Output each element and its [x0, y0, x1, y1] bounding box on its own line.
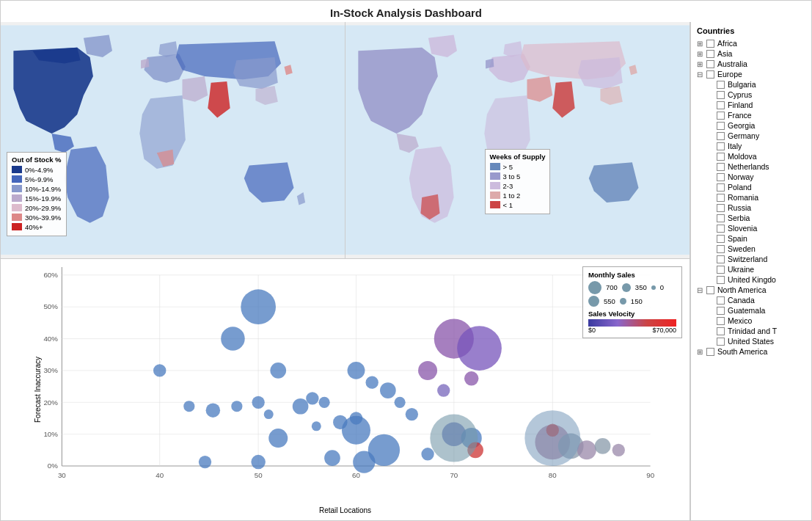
bubble-24[interactable]: [324, 450, 340, 466]
expand-australia[interactable]: ⊞: [697, 60, 704, 68]
checkbox-europe[interactable]: [706, 70, 714, 79]
checkbox-spain[interactable]: [717, 235, 725, 243]
tree-item-africa[interactable]: ⊞ Africa: [697, 38, 805, 48]
checkbox-south-america[interactable]: [706, 348, 714, 356]
checkbox-slovenia[interactable]: [717, 225, 725, 233]
bubble-13[interactable]: [312, 421, 321, 431]
bubble-20[interactable]: [406, 407, 418, 420]
checkbox-poland[interactable]: [717, 183, 725, 192]
tree-item-mexico[interactable]: ⊞Mexico: [707, 316, 805, 326]
bubble-9[interactable]: [264, 409, 274, 419]
checkbox-trinidad[interactable]: [717, 327, 725, 335]
tree-item-italy[interactable]: ⊞Italy: [707, 141, 805, 151]
bubble-80-3[interactable]: [577, 440, 596, 459]
checkbox-sweden[interactable]: [717, 245, 725, 253]
bubble-27[interactable]: [199, 456, 211, 468]
tree-item-spain[interactable]: ⊞Spain: [707, 233, 805, 244]
bubble-large-70[interactable]: [430, 414, 478, 462]
expand-north-america[interactable]: ⊟: [697, 286, 704, 294]
tree-item-russia[interactable]: ⊞Russia: [707, 203, 805, 213]
bubble-big-80[interactable]: [524, 410, 580, 466]
tree-item-south-america[interactable]: ⊞ South America: [697, 346, 805, 357]
checkbox-finland[interactable]: [717, 101, 725, 109]
bubble-12[interactable]: [319, 396, 330, 407]
bubble-25[interactable]: [268, 429, 288, 448]
checkbox-north-america[interactable]: [706, 286, 714, 294]
checkbox-australia[interactable]: [706, 60, 714, 68]
checkbox-asia[interactable]: [706, 50, 714, 58]
bubble-80-4[interactable]: [595, 438, 611, 454]
tree-item-serbia[interactable]: ⊞Serbia: [707, 213, 805, 223]
tree-item-north-america[interactable]: ⊟ North America: [697, 285, 805, 295]
tree-item-finland[interactable]: ⊞Finland: [707, 100, 805, 110]
tree-item-switzerland[interactable]: ⊞Switzerland: [707, 254, 805, 264]
bubble-purple-3[interactable]: [464, 371, 479, 386]
tree-item-moldova[interactable]: ⊞Moldova: [707, 151, 805, 161]
tree-item-guatemala[interactable]: ⊞Guatemala: [707, 305, 805, 316]
bubble-11[interactable]: [306, 392, 318, 404]
tree-item-united-kingdom[interactable]: ⊞United Kingdo: [707, 274, 805, 285]
expand-south-america[interactable]: ⊞: [697, 348, 704, 356]
bubble-10[interactable]: [293, 398, 309, 414]
expand-africa[interactable]: ⊞: [697, 40, 704, 48]
bubble-80-5[interactable]: [612, 443, 625, 456]
expand-europe[interactable]: ⊟: [697, 70, 704, 79]
bubble-purple-4[interactable]: [437, 384, 450, 396]
bubble-26[interactable]: [251, 454, 266, 469]
bubble-17[interactable]: [366, 376, 378, 388]
checkbox-russia[interactable]: [717, 204, 725, 212]
bubble-18[interactable]: [380, 382, 396, 398]
bubble-16[interactable]: [348, 362, 365, 379]
bubble-6[interactable]: [206, 403, 221, 418]
tree-item-asia[interactable]: ⊞ Asia: [697, 48, 805, 59]
bubble-3[interactable]: [270, 362, 286, 379]
tree-item-australia[interactable]: ⊞ Australia: [697, 59, 805, 69]
tree-item-france[interactable]: ⊞France: [707, 110, 805, 120]
tree-item-norway[interactable]: ⊞Norway: [707, 172, 805, 182]
checkbox-canada[interactable]: [717, 296, 725, 305]
bubble-70-3[interactable]: [421, 448, 434, 460]
checkbox-africa[interactable]: [706, 40, 714, 48]
bubble-21[interactable]: [342, 415, 370, 444]
checkbox-italy[interactable]: [717, 142, 725, 150]
bubble-1[interactable]: [241, 289, 276, 324]
checkbox-united-states[interactable]: [717, 338, 725, 346]
tree-item-germany[interactable]: ⊞Germany: [707, 131, 805, 141]
bubble-5[interactable]: [183, 401, 194, 412]
checkbox-ukraine[interactable]: [717, 266, 725, 274]
tree-item-europe[interactable]: ⊟ Europe: [697, 69, 805, 79]
tree-item-canada[interactable]: ⊞Canada: [707, 295, 805, 305]
checkbox-france[interactable]: [717, 112, 725, 120]
tree-item-slovenia[interactable]: ⊞Slovenia: [707, 223, 805, 233]
checkbox-guatemala[interactable]: [717, 307, 725, 315]
checkbox-switzerland[interactable]: [717, 255, 725, 263]
checkbox-germany[interactable]: [717, 132, 725, 140]
tree-item-trinidad[interactable]: ⊞Trinidad and T: [707, 326, 805, 336]
checkbox-serbia[interactable]: [717, 214, 725, 222]
tree-item-ukraine[interactable]: ⊞Ukraine: [707, 264, 805, 274]
bubble-19[interactable]: [395, 396, 406, 407]
bubble-big-purple[interactable]: [457, 326, 502, 371]
checkbox-georgia[interactable]: [717, 122, 725, 130]
checkbox-bulgaria[interactable]: [717, 81, 725, 89]
checkbox-norway[interactable]: [717, 173, 725, 181]
bubble-23[interactable]: [353, 451, 375, 473]
tree-item-netherlands[interactable]: ⊞Netherlands: [707, 161, 805, 172]
checkbox-united-kingdom[interactable]: [717, 276, 725, 284]
bubble-8[interactable]: [252, 396, 264, 408]
tree-item-bulgaria[interactable]: ⊞Bulgaria: [707, 79, 805, 90]
tree-item-georgia[interactable]: ⊞Georgia: [707, 120, 805, 131]
bubble-4[interactable]: [153, 364, 166, 376]
tree-item-cyprus[interactable]: ⊞Cyprus: [707, 90, 805, 100]
checkbox-moldova[interactable]: [717, 153, 725, 161]
tree-item-romania[interactable]: ⊞Romania: [707, 192, 805, 203]
tree-item-sweden[interactable]: ⊞Sweden: [707, 244, 805, 254]
checkbox-romania[interactable]: [717, 194, 725, 202]
checkbox-mexico[interactable]: [717, 317, 725, 325]
bubble-2[interactable]: [221, 327, 245, 351]
tree-item-poland[interactable]: ⊞Poland: [707, 182, 805, 192]
checkbox-netherlands[interactable]: [717, 163, 725, 171]
tree-item-united-states[interactable]: ⊞United States: [707, 336, 805, 346]
bubble-7[interactable]: [231, 401, 242, 412]
checkbox-cyprus[interactable]: [717, 91, 725, 99]
